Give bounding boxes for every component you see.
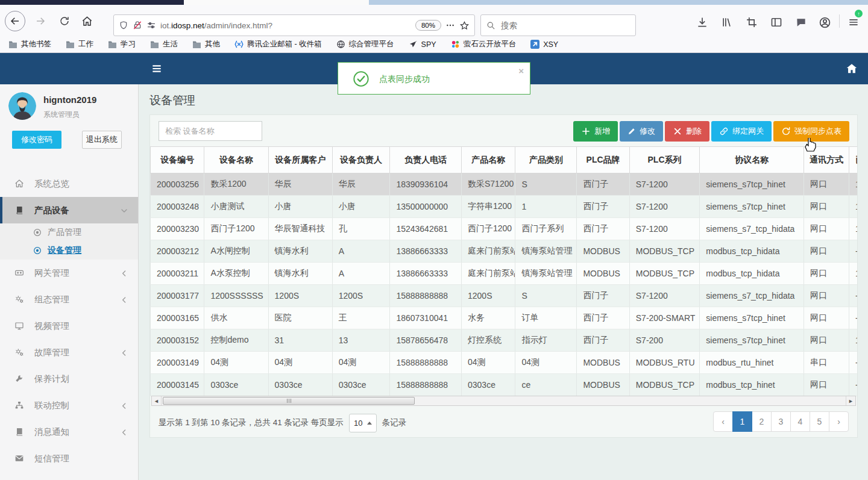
browser-search-input[interactable] — [500, 20, 620, 31]
action-label: 修改 — [640, 126, 655, 137]
table-row[interactable]: 2000031771200SSSSSS1200S1200S15888888888… — [151, 285, 858, 307]
column-header[interactable]: PLC品牌 — [577, 147, 629, 173]
page-actions-icon[interactable] — [445, 20, 455, 30]
bookmark-item[interactable]: 学习 — [108, 39, 136, 49]
bookmark-item[interactable]: 腾讯企业邮箱 - 收件箱 — [234, 39, 322, 49]
bookmark-item[interactable]: 工作 — [66, 39, 93, 49]
table-row[interactable]: 200003230西门子1200华辰智通科技孔15243642681西门子120… — [151, 218, 858, 240]
sidebar-item-产品设备[interactable]: 产品设备 — [0, 197, 139, 223]
table-row[interactable]: 200003212A水闸控制镇海水利A13886663333庭来门前泵站镇海泵站… — [151, 240, 858, 263]
scroll-left-arrow-icon[interactable]: ◄ — [152, 396, 162, 405]
change-password-button[interactable]: 修改密码 — [12, 131, 61, 149]
sidebar-item-故障管理[interactable]: 故障管理 — [0, 339, 139, 366]
reload-button[interactable] — [57, 13, 72, 29]
bookmark-item[interactable]: 其他 — [192, 39, 220, 49]
device-search-input[interactable] — [159, 121, 262, 141]
column-header[interactable]: 设备所属客户 — [268, 147, 332, 173]
column-header[interactable]: PLC系列 — [629, 147, 700, 173]
forward-button[interactable] — [33, 13, 48, 29]
sidebar-item-产品管理[interactable]: 产品管理 — [0, 223, 139, 242]
bookmark-item[interactable]: 生活 — [150, 39, 178, 49]
pencil-action-button[interactable]: 修改 — [620, 121, 663, 142]
scrollbar-thumb[interactable] — [163, 397, 415, 405]
url-text[interactable]: iot.idosp.net/admin/index.html? — [160, 21, 272, 30]
table-cell: A — [332, 240, 390, 263]
table-row[interactable]: 200003165供水医院王18607310041水务订单西门子S7-200-S… — [151, 307, 858, 329]
table-row[interactable]: 200003211A水泵控制镇海水利A13886663333庭来门前泵站镇海泵站… — [151, 263, 858, 285]
table-row[interactable]: 2000031450303ce0303ce0303ce1588888888803… — [151, 374, 858, 396]
link-action-button[interactable]: 绑定网关 — [711, 121, 772, 142]
sidebar-item-短信管理[interactable]: 短信管理 — [0, 445, 139, 472]
chevron-left-icon — [119, 401, 129, 413]
page-button-2[interactable]: 2 — [752, 411, 772, 432]
column-header[interactable]: 设备负责人 — [332, 147, 390, 173]
per-page-select[interactable]: 10 — [349, 414, 377, 432]
page-button-prev[interactable]: ‹ — [713, 411, 733, 432]
bookmark-item[interactable]: SPY — [409, 39, 436, 49]
zoom-level-badge[interactable]: 80% — [415, 20, 441, 31]
horizontal-scrollbar[interactable]: ◄ ► — [151, 396, 856, 406]
back-button[interactable] — [5, 11, 25, 31]
url-bar[interactable]: iot.idosp.net/admin/index.html? 80% — [113, 14, 475, 36]
page-button-5[interactable]: 5 — [810, 411, 829, 432]
sidebar-item-网关管理[interactable]: 网关管理 — [0, 260, 139, 286]
home-button[interactable] — [79, 13, 95, 29]
sidebar-collapse-icon[interactable] — [151, 63, 163, 77]
downloads-icon[interactable] — [695, 15, 709, 30]
column-header[interactable]: 产品名称 — [461, 147, 515, 173]
sidebar-item-系统总览[interactable]: 系统总览 — [0, 170, 139, 197]
library-icon[interactable] — [720, 15, 734, 30]
table-cell: 网口 — [804, 374, 849, 396]
pagination-summary: 显示第 1 到第 10 条记录，总共 41 条记录 每页显示 10 条记录 — [159, 413, 406, 433]
cross-action-button[interactable]: 删除 — [665, 121, 709, 142]
column-header[interactable]: 协议名称 — [700, 147, 804, 173]
bookmark-item[interactable]: 综合管理平台 — [336, 39, 394, 49]
insecure-lock-icon[interactable] — [133, 20, 142, 30]
screenshot-icon[interactable] — [744, 15, 759, 30]
avatar[interactable] — [8, 92, 36, 120]
column-header[interactable]: 设备编号 — [151, 147, 204, 173]
table-cell: 华辰智通科技 — [268, 218, 332, 240]
account-icon[interactable] — [817, 15, 832, 30]
scroll-right-arrow-icon[interactable]: ► — [846, 396, 855, 405]
logout-button[interactable]: 退出系统 — [82, 131, 122, 149]
table-row[interactable]: 200003248小唐测试小唐小唐13500000000字符串12001西门子S… — [151, 196, 858, 218]
browser-search-bar[interactable] — [480, 14, 636, 36]
column-header[interactable]: 设备名称 — [204, 147, 268, 173]
sidebar-item-组态管理[interactable]: 组态管理 — [0, 286, 139, 313]
sitemap-icon — [14, 401, 27, 410]
bookmark-label: 生活 — [163, 39, 178, 49]
pocket-speech-icon[interactable] — [794, 15, 808, 30]
table-row[interactable]: 20000314904测04测04测1588888888804测04测MODBU… — [151, 352, 858, 374]
sidebar-item-联动控制[interactable]: 联动控制 — [0, 392, 139, 419]
summary-prefix: 显示第 1 到第 10 条记录，总共 41 条记录 每页显示 — [159, 417, 344, 428]
plus-action-button[interactable]: 新增 — [573, 121, 618, 142]
bookmark-item[interactable]: 其他书签 — [8, 39, 51, 49]
sidebar-item-大屏管理[interactable]: 大屏管理 — [0, 472, 139, 480]
table-cell: siemens_s7tcp_hinet — [700, 173, 804, 196]
table-cell: 灯控系统 — [461, 329, 515, 352]
table-row[interactable]: 200003256数采1200华辰华辰18390936104数采S71200S西… — [151, 173, 858, 196]
table-cell: 200003149 — [151, 352, 204, 374]
page-button-next[interactable]: › — [829, 411, 849, 432]
permissions-icon[interactable] — [146, 20, 156, 30]
page-button-1[interactable]: 1 — [732, 411, 752, 432]
toast-close-icon[interactable]: × — [518, 66, 524, 76]
page-button-3[interactable]: 3 — [771, 411, 791, 432]
bookmark-item[interactable]: 萤石云开放平台 — [451, 39, 517, 49]
sidebar-item-保养计划[interactable]: 保养计划 — [0, 366, 139, 392]
sidebar-item-设备管理[interactable]: 设备管理 — [0, 242, 139, 260]
column-header[interactable]: 产品类别 — [515, 147, 577, 173]
column-header[interactable]: 负责人电话 — [390, 147, 462, 173]
sidebar-item-视频管理[interactable]: 视频管理 — [0, 313, 139, 339]
app-home-icon[interactable] — [845, 62, 858, 78]
bookmark-star-icon[interactable] — [459, 20, 470, 31]
page-button-4[interactable]: 4 — [790, 411, 810, 432]
table-cell: 1100023 — [849, 218, 857, 240]
bookmark-item[interactable]: XSY — [530, 39, 558, 49]
sidebar-toggle-icon[interactable] — [769, 15, 784, 30]
column-header[interactable]: 已绑定网关 — [849, 147, 857, 173]
table-row[interactable]: 200003152控制demo311315878656478灯控系统指示灯西门子… — [151, 329, 858, 352]
sidebar-item-消息通知[interactable]: 消息通知 — [0, 419, 139, 445]
shield-icon[interactable] — [119, 20, 128, 30]
